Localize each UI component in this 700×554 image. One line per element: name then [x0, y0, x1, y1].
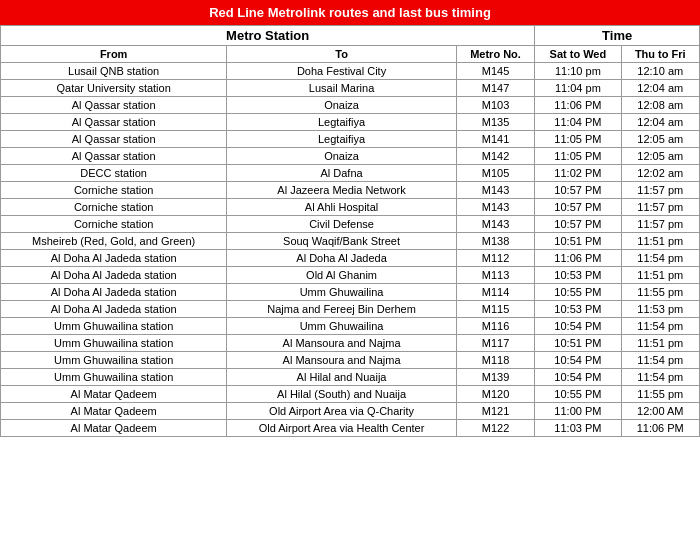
table-row: Umm Ghuwailina stationAl Mansoura and Na… [1, 352, 700, 369]
table-cell: Al Doha Al Jadeda station [1, 250, 227, 267]
table-cell: Souq Waqif/Bank Street [227, 233, 457, 250]
table-cell: 10:54 PM [535, 352, 621, 369]
table-cell: M143 [456, 182, 534, 199]
table-cell: 11:02 PM [535, 165, 621, 182]
table-row: Corniche stationCivil DefenseM14310:57 P… [1, 216, 700, 233]
table-cell: Corniche station [1, 199, 227, 216]
table-cell: Al Jazeera Media Network [227, 182, 457, 199]
table-cell: 11:10 pm [535, 63, 621, 80]
table-cell: M112 [456, 250, 534, 267]
col-from: From [1, 46, 227, 63]
table-cell: 11:00 PM [535, 403, 621, 420]
table-cell: 11:57 pm [621, 216, 699, 233]
table-cell: 11:03 PM [535, 420, 621, 437]
table-cell: Qatar University station [1, 80, 227, 97]
header-red: Red Line Metrolink routes and last bus t… [0, 0, 700, 25]
table-body: Lusail QNB stationDoha Festival CityM145… [1, 63, 700, 437]
main-table: Metro Station Time From To Metro No. Sat… [0, 25, 700, 437]
table-cell: Old Al Ghanim [227, 267, 457, 284]
table-cell: M122 [456, 420, 534, 437]
table-cell: M105 [456, 165, 534, 182]
table-row: Al Qassar stationLegtaifiyaM14111:05 PM1… [1, 131, 700, 148]
table-row: Corniche stationAl Ahli HospitalM14310:5… [1, 199, 700, 216]
table-cell: DECC station [1, 165, 227, 182]
table-cell: 11:05 PM [535, 131, 621, 148]
table-cell: 11:06 PM [535, 97, 621, 114]
table-cell: 11:54 pm [621, 352, 699, 369]
table-cell: Umm Ghuwailina [227, 284, 457, 301]
table-row: Lusail QNB stationDoha Festival CityM145… [1, 63, 700, 80]
table-row: Qatar University stationLusail MarinaM14… [1, 80, 700, 97]
table-row: Al Qassar stationLegtaifiyaM13511:04 PM1… [1, 114, 700, 131]
table-cell: 11:57 pm [621, 199, 699, 216]
col-metro-no: Metro No. [456, 46, 534, 63]
table-cell: M135 [456, 114, 534, 131]
table-cell: Al Doha Al Jadeda station [1, 267, 227, 284]
table-cell: M121 [456, 403, 534, 420]
col-thu-to-fri: Thu to Fri [621, 46, 699, 63]
table-cell: 11:54 pm [621, 369, 699, 386]
table-cell: M113 [456, 267, 534, 284]
table-row: Umm Ghuwailina stationAl Mansoura and Na… [1, 335, 700, 352]
table-cell: 10:53 PM [535, 267, 621, 284]
table-cell: 12:05 am [621, 131, 699, 148]
table-cell: 11:51 pm [621, 267, 699, 284]
table-cell: Legtaifiya [227, 131, 457, 148]
table-cell: 10:51 PM [535, 335, 621, 352]
table-cell: 11:04 pm [535, 80, 621, 97]
col-sat-to-wed: Sat to Wed [535, 46, 621, 63]
table-cell: M145 [456, 63, 534, 80]
table-row: Al Matar QadeemOld Airport Area via Heal… [1, 420, 700, 437]
table-cell: 11:04 PM [535, 114, 621, 131]
table-cell: Umm Ghuwailina station [1, 352, 227, 369]
table-cell: M118 [456, 352, 534, 369]
table-row: Corniche stationAl Jazeera Media Network… [1, 182, 700, 199]
table-row: Al Qassar stationOnaizaM14211:05 PM12:05… [1, 148, 700, 165]
table-cell: Al Matar Qadeem [1, 420, 227, 437]
table-cell: M114 [456, 284, 534, 301]
col-header-row: From To Metro No. Sat to Wed Thu to Fri [1, 46, 700, 63]
table-cell: Al Matar Qadeem [1, 386, 227, 403]
table-cell: 12:08 am [621, 97, 699, 114]
table-cell: Lusail QNB station [1, 63, 227, 80]
table-cell: 10:55 PM [535, 386, 621, 403]
table-row: Al Doha Al Jadeda stationNajma and Feree… [1, 301, 700, 318]
table-cell: 11:06 PM [621, 420, 699, 437]
table-cell: Al Qassar station [1, 114, 227, 131]
table-cell: Old Airport Area via Q-Charity [227, 403, 457, 420]
table-cell: 11:51 pm [621, 335, 699, 352]
table-cell: M139 [456, 369, 534, 386]
table-cell: 10:57 PM [535, 199, 621, 216]
table-cell: Al Dafna [227, 165, 457, 182]
table-cell: 10:51 PM [535, 233, 621, 250]
table-cell: 11:53 pm [621, 301, 699, 318]
section-header-row: Metro Station Time [1, 26, 700, 46]
table-cell: 12:04 am [621, 80, 699, 97]
table-cell: Al Qassar station [1, 131, 227, 148]
table-cell: Onaiza [227, 148, 457, 165]
table-cell: Umm Ghuwailina [227, 318, 457, 335]
table-cell: Onaiza [227, 97, 457, 114]
table-cell: Al Qassar station [1, 97, 227, 114]
page-title: Red Line Metrolink routes and last bus t… [209, 5, 491, 20]
table-cell: 11:51 pm [621, 233, 699, 250]
table-cell: M147 [456, 80, 534, 97]
table-cell: M116 [456, 318, 534, 335]
table-cell: 11:57 pm [621, 182, 699, 199]
table-row: DECC stationAl DafnaM10511:02 PM12:02 am [1, 165, 700, 182]
table-cell: Corniche station [1, 182, 227, 199]
table-cell: 10:57 PM [535, 216, 621, 233]
table-row: Al Matar QadeemOld Airport Area via Q-Ch… [1, 403, 700, 420]
table-cell: 10:54 PM [535, 318, 621, 335]
table-cell: Civil Defense [227, 216, 457, 233]
table-row: Umm Ghuwailina stationUmm GhuwailinaM116… [1, 318, 700, 335]
table-row: Al Matar QadeemAl Hilal (South) and Nuai… [1, 386, 700, 403]
table-cell: 10:54 PM [535, 369, 621, 386]
table-cell: M138 [456, 233, 534, 250]
table-cell: M142 [456, 148, 534, 165]
table-cell: Old Airport Area via Health Center [227, 420, 457, 437]
table-row: Al Qassar stationOnaizaM10311:06 PM12:08… [1, 97, 700, 114]
table-cell: M103 [456, 97, 534, 114]
table-cell: 12:04 am [621, 114, 699, 131]
table-cell: Al Doha Al Jadeda [227, 250, 457, 267]
